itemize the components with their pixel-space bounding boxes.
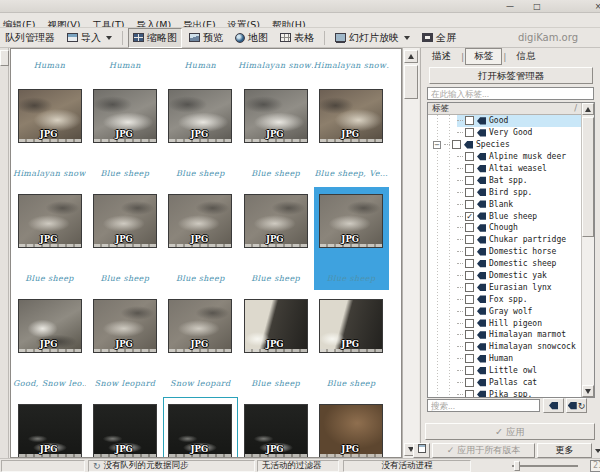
vertical-scrollbar[interactable] <box>402 48 419 458</box>
tag-checkbox[interactable] <box>465 188 474 197</box>
zoom-spinbox[interactable]: 21% <box>590 460 600 472</box>
tag-tree-item[interactable]: Pallas cat <box>428 377 581 389</box>
close-button[interactable]: × <box>590 1 600 12</box>
tag-checkbox[interactable] <box>452 140 461 149</box>
apply-all-versions-button[interactable]: ✓ 应用于所有版本 <box>432 443 535 458</box>
tag-filter-button[interactable] <box>543 398 564 413</box>
tag-tree-item[interactable]: Good <box>428 115 581 127</box>
tag-checkbox[interactable] <box>465 342 474 351</box>
zoom-slider-knob[interactable] <box>514 461 520 471</box>
tag-checkbox[interactable] <box>465 390 474 397</box>
tag-checkbox[interactable] <box>465 116 474 125</box>
tag-tree-item[interactable]: Hill pigeon <box>428 317 581 329</box>
tag-tree-item[interactable]: Pika spp. <box>428 388 581 397</box>
tag-checkbox[interactable] <box>465 128 474 137</box>
tag-search-input[interactable] <box>427 399 540 412</box>
tag-tree-item[interactable]: Domestic horse <box>428 246 581 258</box>
more-dropdown-arrow[interactable] <box>592 443 600 458</box>
thumbnail-cell[interactable]: JPGBlue sheep <box>238 82 313 185</box>
tag-tree-item[interactable]: Very Good <box>428 127 581 139</box>
tag-tree-item[interactable]: Domestic sheep <box>428 258 581 270</box>
scroll-up-button[interactable] <box>582 103 594 115</box>
tag-tree-item[interactable]: Alpine musk deer <box>428 151 581 163</box>
menu-item[interactable]: 导出(E) <box>177 17 221 28</box>
scroll-up-button[interactable] <box>404 50 418 63</box>
menu-item[interactable]: 视图(V) <box>41 17 86 28</box>
tag-tree-item[interactable]: Gray wolf <box>428 305 581 317</box>
expander-icon[interactable]: − <box>433 141 441 149</box>
thumbnail-cell[interactable]: JPGBlue sheep <box>87 82 162 185</box>
thumbnail-cell[interactable]: JPGBlue sheep <box>314 187 389 290</box>
import-button[interactable]: 导入 <box>62 28 117 48</box>
tag-checkbox[interactable] <box>465 247 474 256</box>
tab-info[interactable]: 信息 <box>507 48 544 65</box>
tab-description[interactable]: 描述 <box>423 48 460 65</box>
tag-checkbox[interactable] <box>465 176 474 185</box>
table-button[interactable]: 表格 <box>275 28 319 48</box>
thumbnail-cell[interactable]: JPG <box>12 397 87 458</box>
thumbnail-cell[interactable]: JPG <box>314 397 389 458</box>
zoom-slider[interactable] <box>512 465 578 467</box>
tree-scrollbar[interactable] <box>581 103 594 397</box>
tag-checkbox[interactable] <box>465 235 474 244</box>
tag-checkbox[interactable] <box>465 330 474 339</box>
thumbnail-cell[interactable]: JPGBlue sheep <box>87 187 162 290</box>
tag-tree-item[interactable]: Altai weasel <box>428 163 581 175</box>
tag-checkbox[interactable] <box>465 223 474 232</box>
minimize-button[interactable]: — <box>502 1 518 12</box>
tag-tree-item[interactable]: −Species <box>428 139 581 151</box>
tag-checkbox[interactable] <box>465 200 474 209</box>
thumbnail-grid[interactable]: HumanHumanHumanHimalayan snow…Himalayan … <box>10 48 402 458</box>
menu-item[interactable]: 设置(S) <box>222 17 266 28</box>
tag-checkbox[interactable] <box>465 366 474 375</box>
queue-manager-button[interactable]: 队列管理器 <box>0 28 60 48</box>
tag-tree-item[interactable]: Himalayan marmot <box>428 329 581 341</box>
scrollbar-thumb[interactable] <box>404 65 418 99</box>
tag-tree-item[interactable]: Domestic yak <box>428 270 581 282</box>
refresh-tags-button[interactable]: ↻ <box>566 398 587 413</box>
apply-button[interactable]: ✓ 应用 <box>425 423 595 440</box>
menu-item[interactable]: 编辑(E) <box>0 17 41 28</box>
tag-tree-header[interactable]: 标签 / <box>428 103 581 115</box>
tag-checkbox[interactable] <box>465 319 474 328</box>
preview-button[interactable]: 预览 <box>184 28 228 48</box>
more-button[interactable]: 更多 <box>537 443 592 458</box>
thumbnail-cell[interactable]: JPGBlue sheep <box>314 292 389 395</box>
tag-tree-item[interactable]: Eurasian lynx <box>428 281 581 293</box>
scroll-down-button[interactable] <box>582 385 594 397</box>
tag-tree-item[interactable]: Blank <box>428 198 581 210</box>
tag-checkbox[interactable] <box>465 271 474 280</box>
tag-tree-item[interactable]: Himalayan snowcock <box>428 341 581 353</box>
thumbnail-cell[interactable]: JPGGood, Snow leo… <box>12 292 87 395</box>
open-tag-manager-button[interactable]: 打开标签管理器 <box>429 67 593 84</box>
thumbnail-cell[interactable]: JPGSnow leopard <box>163 292 238 395</box>
thumbnail-cell[interactable]: JPG <box>238 397 313 458</box>
tag-checkbox[interactable] <box>465 378 474 387</box>
thumbnails-view-button[interactable]: 缩略图 <box>128 28 182 48</box>
tag-tree-item[interactable]: ✓Blue sheep <box>428 210 581 222</box>
thumbnail-cell[interactable]: JPGBlue sheep <box>12 187 87 290</box>
fullscreen-button[interactable]: 全屏 <box>417 28 461 48</box>
tag-checkbox[interactable] <box>465 259 474 268</box>
thumbnail-cell[interactable]: JPG <box>163 397 238 458</box>
maximize-button[interactable]: □ <box>529 1 545 12</box>
thumbnail-cell[interactable]: JPGBlue sheep <box>163 187 238 290</box>
tag-tree-item[interactable]: Bat spp. <box>428 174 581 186</box>
thumbnail-cell[interactable]: JPGHimalayan snow… <box>12 82 87 185</box>
thumbnail-cell[interactable]: JPGBlue sheep, Ve… <box>314 82 389 185</box>
tag-tree-item[interactable]: Fox spp. <box>428 293 581 305</box>
thumbnail-cell[interactable]: JPGSnow leopard <box>87 292 162 395</box>
scrollbar-thumb[interactable] <box>582 117 594 237</box>
tag-checkbox[interactable] <box>465 295 474 304</box>
tag-tree-item[interactable]: Little owl <box>428 365 581 377</box>
thumbnail-cell[interactable]: JPGBlue sheep <box>238 187 313 290</box>
tag-tree-item[interactable]: Chukar partridge <box>428 234 581 246</box>
tag-checkbox[interactable] <box>465 152 474 161</box>
tag-tree-item[interactable]: Human <box>428 353 581 365</box>
thumbnail-cell[interactable]: JPG <box>87 397 162 458</box>
menu-item[interactable]: 导入(M) <box>131 17 178 28</box>
slideshow-button[interactable]: 幻灯片放映 <box>330 28 415 48</box>
tag-tree-item[interactable]: Bird spp. <box>428 186 581 198</box>
menu-item[interactable]: 工具(T) <box>86 17 130 28</box>
menu-item[interactable]: 帮助(H) <box>266 17 312 28</box>
